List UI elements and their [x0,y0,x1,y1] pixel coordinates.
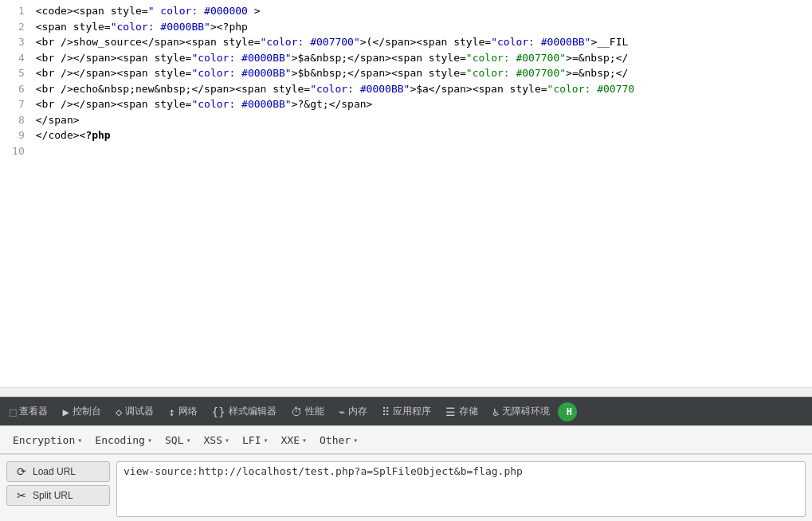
devtools-debugger-button[interactable]: ◇调试器 [109,402,160,421]
menu-encryption-label: Encryption [13,434,75,446]
menu-xxe-label: XXE [281,434,300,446]
hackbar-menu-encryption[interactable]: Encryption ▾ [6,432,88,449]
load-url-icon: ⟳ [15,465,28,478]
code-line: 3<br />show_source</span><span style="co… [0,34,812,50]
devtools-network-button[interactable]: ↕网络 [162,402,203,421]
hackbar-menu-lfi[interactable]: LFI ▾ [236,432,275,449]
load-url-label: Load URL [33,466,76,477]
devtools-accessibility-button[interactable]: ♿无障碍环境 [486,402,556,421]
menu-encoding-label: Encoding [95,434,145,446]
hackbar-menu-sql[interactable]: SQL ▾ [159,432,198,449]
devtools-style-editor-button[interactable]: {}样式编辑器 [206,402,283,421]
devtools-application-button[interactable]: ⠿应用程序 [375,402,437,421]
line-number: 5 [0,65,33,81]
horizontal-scrollbar[interactable] [0,387,812,397]
code-line: 10 [0,143,812,159]
menu-encryption-caret: ▾ [77,436,82,445]
menu-xss-label: XSS [203,434,222,446]
code-line: 4<br /></span><span style="color: #0000B… [0,50,812,66]
line-number: 10 [0,143,33,159]
devtools-performance-button[interactable]: ⏱性能 [284,402,331,421]
load-url-button[interactable]: ⟳ Load URL [6,461,110,482]
line-content: <br /></span><span style="color: #0000BB… [33,96,812,112]
menu-xss-caret: ▾ [225,436,229,445]
memory-icon: ⌁ [339,405,345,418]
devtools-inspector-button[interactable]: ⬚查看器 [3,402,54,421]
line-number: 3 [0,34,33,50]
line-content: <code><span style=" color: #000000 > [33,3,812,19]
line-number: 8 [0,112,33,128]
style-editor-icon: {} [212,405,226,418]
accessibility-label: 无障碍环境 [502,405,550,418]
code-line: 2<span style="color: #0000BB"><?php [0,19,812,35]
devtools-storage-button[interactable]: ☰存储 [439,402,484,421]
memory-label: 内存 [348,405,367,418]
accessibility-icon: ♿ [492,405,499,418]
code-table: 1<code><span style=" color: #000000 >2<s… [0,3,812,159]
inspector-icon: ⬚ [10,405,16,418]
code-line: 1<code><span style=" color: #000000 > [0,3,812,19]
application-label: 应用程序 [393,405,431,418]
hackbar-menu-xss[interactable]: XSS ▾ [197,432,236,449]
line-number: 2 [0,19,33,35]
performance-icon: ⏱ [291,405,302,418]
line-content: </code><?php [33,127,812,143]
line-content: </span> [33,112,812,128]
storage-label: 存储 [459,405,478,418]
line-number: 7 [0,96,33,112]
debugger-icon: ◇ [116,405,122,418]
hackbar-menu-encoding[interactable]: Encoding ▾ [88,432,159,449]
menu-sql-label: SQL [165,434,183,446]
line-number: 4 [0,50,33,66]
url-input[interactable] [116,461,806,517]
hackbar-menu-xxe[interactable]: XXE ▾ [275,432,314,449]
hackbar-bottom: ⟳ Load URL ✂ Split URL [0,454,812,521]
console-label: 控制台 [73,405,101,418]
code-line: 7<br /></span><span style="color: #0000B… [0,96,812,112]
menu-other-caret: ▾ [353,436,358,445]
devtools-console-button[interactable]: ▶控制台 [56,402,107,421]
code-line: 9</code><?php [0,127,812,143]
menu-other-label: Other [320,434,351,446]
line-content: <br />show_source</span><span style="col… [33,34,812,50]
line-number: 9 [0,127,33,143]
inspector-label: 查看器 [19,405,48,418]
devtools-memory-button[interactable]: ⌁内存 [332,402,374,421]
line-content: <br />echo&nbsp;new&nbsp;</span><span st… [33,81,812,97]
line-content: <br /></span><span style="color: #0000BB… [33,50,812,66]
menu-lfi-label: LFI [242,434,261,446]
debugger-label: 调试器 [125,405,154,418]
code-display: 1<code><span style=" color: #000000 >2<s… [0,0,812,387]
code-line: 6<br />echo&nbsp;new&nbsp;</span><span s… [0,81,812,97]
menu-xxe-caret: ▾ [302,436,307,445]
code-line: 5<br /></span><span style="color: #0000B… [0,65,812,81]
network-icon: ↕ [168,405,175,418]
network-label: 网络 [178,405,198,418]
line-content: <span style="color: #0000BB"><?php [33,19,812,35]
console-icon: ▶ [62,405,69,418]
split-url-icon: ✂ [15,489,28,502]
line-content [33,143,812,159]
application-icon: ⠿ [382,405,390,418]
line-number: 1 [0,3,33,19]
hackbar-menu: Encryption ▾Encoding ▾SQL ▾XSS ▾LFI ▾XXE… [0,425,812,454]
line-number: 6 [0,81,33,97]
line-content: <br /></span><span style="color: #0000BB… [33,65,812,81]
hackbar-label: H [567,406,572,417]
hackbar-action-buttons: ⟳ Load URL ✂ Split URL [6,461,110,506]
storage-icon: ☰ [445,405,456,418]
menu-encoding-caret: ▾ [147,436,152,445]
code-line: 8</span> [0,112,812,128]
menu-sql-caret: ▾ [186,436,190,445]
devtools-hackbar-button[interactable]: H [558,402,577,421]
split-url-label: Split URL [33,490,73,501]
hackbar-menu-other[interactable]: Other ▾ [313,432,364,449]
performance-label: 性能 [305,405,324,418]
menu-lfi-caret: ▾ [263,436,268,445]
devtools-toolbar: ⬚查看器▶控制台◇调试器↕网络{}样式编辑器⏱性能⌁内存⠿应用程序☰存储♿无障碍… [0,397,812,425]
style-editor-label: 样式编辑器 [229,405,277,418]
split-url-button[interactable]: ✂ Split URL [6,485,110,506]
